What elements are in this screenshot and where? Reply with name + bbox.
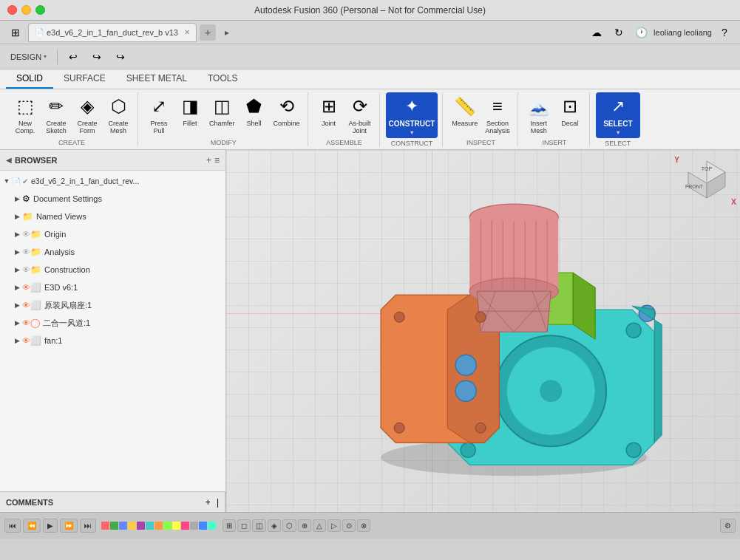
settings-button[interactable]: ⚙ — [720, 519, 736, 533]
grid-menu-button[interactable]: ⊞ — [6, 23, 25, 42]
root-expand-icon[interactable]: ▼ — [1, 176, 12, 186]
color-swatch-8[interactable] — [163, 522, 172, 530]
redo-button[interactable]: ↪ — [87, 47, 106, 66]
undo-button[interactable]: ↩ — [64, 47, 83, 66]
create-form-button[interactable]: ◈ CreateForm — [72, 92, 102, 137]
insert-mesh-button[interactable]: 🗻 InsertMesh — [524, 92, 554, 137]
bottom-tool-7[interactable]: △ — [313, 519, 326, 532]
browser-menu-button[interactable]: ≡ — [214, 155, 220, 165]
nav-prev-button[interactable]: ⏪ — [23, 519, 41, 533]
bottom-tool-3[interactable]: ◫ — [252, 519, 266, 532]
decal-button[interactable]: ⊡ Decal — [555, 92, 585, 129]
e3d-box-icon: ⬜ — [30, 282, 41, 293]
color-swatch-1[interactable] — [101, 522, 109, 530]
browser-root-item[interactable]: ▼ 📄 ✔ e3d_v6_2_in_1_fan_duct_rev... — [0, 172, 225, 190]
combine-button[interactable]: ⟲ Combine — [271, 92, 303, 129]
tab-surface[interactable]: SURFACE — [53, 69, 116, 89]
nav-cube-svg: TOP FRONT — [681, 157, 733, 209]
tab-close-button[interactable]: ✕ — [184, 28, 190, 36]
select-button[interactable]: ↗ SELECT▾ — [596, 92, 640, 138]
create-mesh-button[interactable]: ⬡ CreateMesh — [103, 92, 133, 137]
browser-item-construction[interactable]: ▶ 👁 📁 Construction — [0, 261, 225, 279]
new-component-button[interactable]: ⬚ NewComp. — [10, 92, 40, 137]
doc-settings-expand-icon[interactable]: ▶ — [12, 194, 22, 204]
browser-add-button[interactable]: + — [206, 155, 211, 165]
close-button[interactable] — [7, 5, 17, 15]
color-swatch-2[interactable] — [110, 522, 118, 530]
bottom-tool-1[interactable]: ⊞ — [223, 519, 236, 532]
color-swatch-4[interactable] — [128, 522, 136, 530]
tab-solid[interactable]: SOLID — [6, 69, 53, 89]
refresh-button[interactable]: ↻ — [609, 23, 628, 42]
chamfer-icon: ◫ — [210, 95, 234, 118]
construction-expand-icon[interactable]: ▶ — [12, 264, 22, 275]
tab-sheet-metal[interactable]: SHEET METAL — [116, 69, 197, 89]
named-views-expand-icon[interactable]: ▶ — [12, 211, 22, 222]
fan-base-expand-icon[interactable]: ▶ — [12, 300, 22, 310]
viewport[interactable]: TOP FRONT Y X — [226, 150, 740, 512]
browser-item-doc-settings[interactable]: ▶ ⚙ Document Settings — [0, 190, 225, 208]
nav-play-button[interactable]: ▶ — [43, 519, 58, 533]
browser-item-fan[interactable]: ▶ 👁 ⬜ fan:1 — [0, 332, 225, 349]
navigation-cube[interactable]: TOP FRONT — [681, 157, 733, 209]
fillet-button[interactable]: ◨ Fillet — [175, 92, 205, 129]
bottom-tool-4[interactable]: ◈ — [268, 519, 281, 532]
browser-item-analysis[interactable]: ▶ 👁 📁 Analysis — [0, 243, 225, 261]
color-swatch-7[interactable] — [155, 522, 163, 530]
color-swatch-3[interactable] — [119, 522, 127, 530]
color-swatch-6[interactable] — [146, 522, 154, 530]
bottom-tool-2[interactable]: ◻ — [237, 519, 251, 532]
browser-item-e3d[interactable]: ▶ 👁 ⬜ E3D v6:1 — [0, 279, 225, 296]
color-swatch-12[interactable] — [199, 522, 207, 530]
color-swatch-10[interactable] — [181, 522, 189, 530]
section-analysis-icon: ≡ — [486, 95, 509, 118]
fan-expand-icon[interactable]: ▶ — [12, 335, 22, 346]
color-swatch-13[interactable] — [208, 522, 216, 530]
tab-tools[interactable]: TOOLS — [197, 69, 248, 89]
e3d-expand-icon[interactable]: ▶ — [12, 282, 22, 293]
clock-button[interactable]: 🕐 — [631, 23, 651, 42]
create-sketch-button[interactable]: ✏ CreateSketch — [41, 92, 71, 137]
analysis-expand-icon[interactable]: ▶ — [12, 247, 22, 257]
nav-first-button[interactable]: ⏮ — [4, 519, 21, 533]
gear-icon: ⚙ — [22, 194, 30, 204]
measure-button[interactable]: 📏 Measure — [449, 92, 481, 129]
color-swatch-9[interactable] — [172, 522, 180, 530]
nav-last-button[interactable]: ⏭ — [80, 519, 96, 533]
browser-panel: ◀ BROWSER + ≡ ▼ 📄 ✔ e3d_v6_2_in_1_fan_du… — [0, 150, 226, 512]
dual-duct-expand-icon[interactable]: ▶ — [12, 318, 22, 328]
maximize-button[interactable] — [35, 5, 45, 15]
nav-next-button[interactable]: ⏩ — [60, 519, 78, 533]
tab-active[interactable]: 📄 e3d_v6_2_in_1_fan_duct_rev_b v13 ✕ — [28, 23, 197, 42]
axis-indicator-x: X — [731, 198, 736, 206]
new-tab-button[interactable]: + — [200, 24, 216, 41]
help-button[interactable]: ? — [715, 23, 734, 42]
cloud-save-button[interactable]: ☁ — [587, 23, 606, 42]
design-dropdown[interactable]: DESIGN ▾ — [6, 50, 51, 64]
section-analysis-button[interactable]: ≡ SectionAnalysis — [482, 92, 513, 137]
browser-item-fan-base[interactable]: ▶ 👁 ⬜ 原装风扇座:1 — [0, 296, 225, 314]
minimize-button[interactable] — [21, 5, 31, 15]
browser-item-origin[interactable]: ▶ 👁 📁 Origin — [0, 225, 225, 243]
color-swatch-5[interactable] — [137, 522, 145, 530]
redo2-button[interactable]: ↪ — [111, 47, 130, 66]
joint-button[interactable]: ⊞ Joint — [314, 92, 344, 129]
press-pull-button[interactable]: ⤢ PressPull — [144, 92, 174, 137]
browser-item-dual-duct[interactable]: ▶ 👁 ◯ 二合一风道:1 — [0, 314, 225, 332]
bottom-tool-10[interactable]: ⊗ — [357, 519, 370, 532]
as-built-joint-button[interactable]: ⟳ As-builtJoint — [345, 92, 375, 137]
bottom-tool-8[interactable]: ▷ — [327, 519, 341, 532]
bottom-tool-9[interactable]: ⊙ — [342, 519, 356, 532]
browser-collapse-icon[interactable]: ◀ — [6, 156, 12, 164]
tab-nav-right[interactable]: ▸ — [219, 24, 235, 41]
bottom-tool-5[interactable]: ⬡ — [282, 519, 296, 532]
comments-add-button[interactable]: + — [206, 497, 211, 508]
chamfer-button[interactable]: ◫ Chamfer — [206, 92, 238, 129]
origin-expand-icon[interactable]: ▶ — [12, 229, 22, 239]
shell-button[interactable]: ⬟ Shell — [240, 92, 269, 129]
bottom-tool-6[interactable]: ⊕ — [298, 519, 311, 532]
construct-button[interactable]: ✦ CONSTRUCT▾ — [386, 92, 438, 138]
browser-item-named-views[interactable]: ▶ 📁 Named Views — [0, 208, 225, 225]
color-swatch-11[interactable] — [190, 522, 198, 530]
comments-actions: + | — [206, 497, 219, 508]
